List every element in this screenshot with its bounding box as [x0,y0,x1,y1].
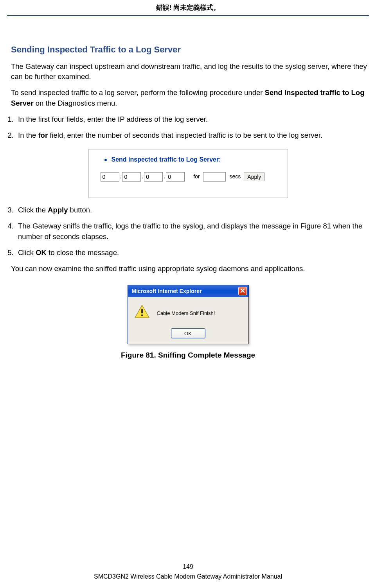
procedure-list: In the first four fields, enter the IP a… [7,114,369,141]
secs-label: secs [230,173,241,180]
step-5c: to close the message. [47,248,119,257]
send-inspected-panel: Send inspected traffic to Log Server: . … [88,149,288,198]
figure-caption: Figure 81. Sniffing Complete Message [7,350,369,361]
close-icon [240,287,245,295]
step-5a: Click [18,248,36,257]
ie-dialog: Microsoft Internet Explorer Cable Modem … [128,285,249,344]
dialog-message: Cable Modem Snif Finish! [157,310,215,317]
section-heading: Sending Inspected Traffic to a Log Serve… [11,43,369,56]
intro-p2-c: on the Diagnostics menu. [34,99,117,107]
svg-point-1 [141,315,143,316]
step-3b: Apply [48,206,68,214]
dot-sep: . [120,173,122,180]
dialog-titlebar: Microsoft Internet Explorer [128,285,248,297]
step-5: Click OK to close the message. [16,248,369,258]
intro-paragraph-2: To send inspected traffic to a log serve… [11,88,369,109]
ip-input-row: . . . for secs Apply [101,172,281,182]
page-number: 149 [0,562,376,571]
step-2b: for [38,131,48,139]
post-note: You can now examine the sniffed traffic … [11,264,369,274]
footer-book-title: SMCD3GN2 Wireless Cable Modem Gateway Ad… [0,572,376,581]
intro-p2-a: To send inspected traffic to a log serve… [11,88,265,97]
step-2a: In the [18,131,38,139]
intro-paragraph-1: The Gateway can inspect upstream and dow… [11,61,369,83]
page-footer: 149 SMCD3GN2 Wireless Cable Modem Gatewa… [0,562,376,581]
seconds-input[interactable] [203,172,226,182]
ip-octet-1[interactable] [101,172,119,182]
send-inspected-title: Send inspected traffic to Log Server: [104,155,281,164]
bullet-icon [104,159,107,161]
step-1: In the first four fields, enter the IP a… [16,114,369,125]
step-3c: button. [68,206,92,214]
step-2c: field, enter the number of seconds that … [48,131,322,139]
step-2: In the for field, enter the number of se… [16,130,369,141]
dot-sep: . [142,173,143,180]
step-4: The Gateway sniffs the traffic, logs the… [16,221,369,242]
ip-octet-2[interactable] [122,172,141,182]
warning-icon [134,304,150,323]
figure-dialog-wrap: Microsoft Internet Explorer Cable Modem … [7,285,369,344]
step-5b: OK [36,248,47,257]
ok-button[interactable]: OK [171,328,205,338]
figure-send-inspected-wrap: Send inspected traffic to Log Server: . … [7,149,369,198]
step-3a: Click the [18,206,48,214]
step-3: Click the Apply button. [16,205,369,216]
close-button[interactable] [238,287,247,295]
dialog-buttons: OK [128,327,248,344]
send-inspected-title-text: Send inspected traffic to Log Server: [112,156,221,163]
ip-octet-4[interactable] [166,172,185,182]
dialog-title: Microsoft Internet Explorer [132,287,202,295]
apply-button[interactable]: Apply [244,173,264,181]
page-content: Sending Inspected Traffic to a Log Serve… [0,16,376,361]
ip-octet-3[interactable] [144,172,163,182]
dot-sep: . [164,173,165,180]
procedure-list-cont: Click the Apply button. The Gateway snif… [7,205,369,258]
svg-rect-0 [141,309,143,313]
page-header: 錯誤! 尚未定義樣式。 [0,0,376,15]
dialog-body: Cable Modem Snif Finish! [128,297,248,327]
for-label: for [193,173,200,180]
